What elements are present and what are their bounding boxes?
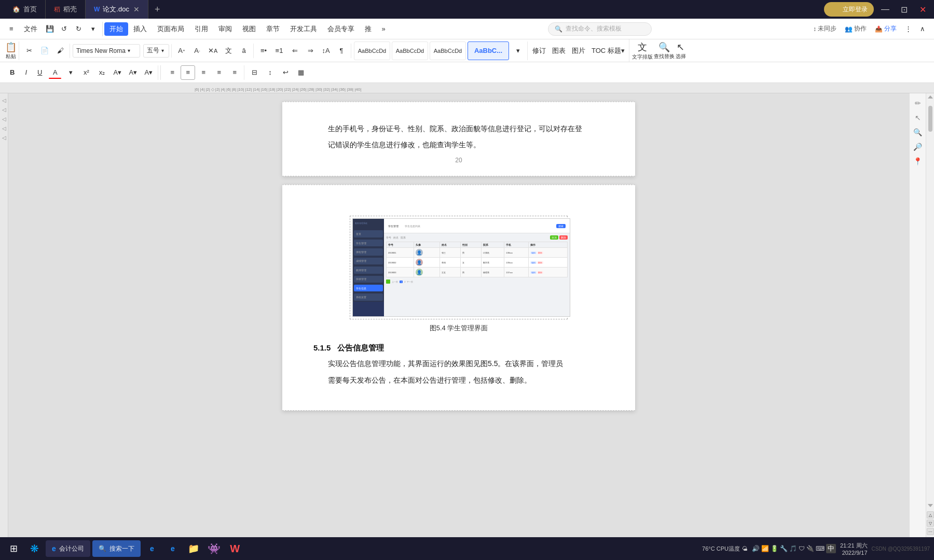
line-spacing-button[interactable]: ↕ [263, 65, 277, 80]
document-area[interactable]: 生的手机号，身份证号、性别、院系、政治面貌等信息进行登记，可以对存在登 记错误的… [8, 93, 909, 537]
close-button[interactable]: ✕ [915, 2, 930, 17]
vertical-scrollbar[interactable]: △ ▽ ⋯ [926, 93, 934, 537]
modify-button[interactable]: 修订 [530, 44, 548, 58]
scroll-options[interactable]: ⋯ [927, 528, 934, 535]
menu-insert[interactable]: 插入 [128, 22, 152, 36]
superscript-button[interactable]: x² [79, 65, 93, 80]
restore-button[interactable]: ⊡ [897, 2, 911, 17]
clear-format-button[interactable]: ✕A [205, 44, 220, 58]
para-mark-button[interactable]: ¶ [334, 44, 349, 58]
shrink-font-button[interactable]: A- [190, 44, 204, 58]
sidebar-icon-3[interactable]: ◁ [1, 115, 8, 122]
wps-button[interactable]: W [226, 539, 244, 558]
phonetic-button[interactable]: ā [237, 44, 251, 58]
copy-button[interactable]: 📄 [37, 44, 52, 58]
menu-more[interactable]: » [377, 23, 391, 35]
tray-icon-4[interactable]: 🔌 [806, 545, 814, 552]
menu-review[interactable]: 审阅 [213, 22, 237, 36]
menu-push[interactable]: 推 [360, 22, 377, 36]
menu-devtools[interactable]: 开发工具 [285, 22, 322, 36]
font-color-button[interactable]: A [48, 65, 62, 80]
menu-start[interactable]: 开始 [104, 22, 128, 36]
add-tab-button[interactable]: + [148, 4, 167, 15]
right-search-icon[interactable]: 🔎 [912, 141, 924, 152]
right-pin-icon[interactable]: 📍 [912, 156, 924, 167]
right-find-icon[interactable]: 🔍 [912, 127, 924, 138]
ie-app-button[interactable]: e 会计公司 [46, 540, 90, 557]
char-shading-button[interactable]: A▾ [126, 65, 140, 80]
collapse-ribbon-button[interactable]: ∧ [915, 22, 930, 36]
search-box[interactable]: 🔍 查找命令、搜索模板 [548, 22, 652, 36]
scroll-down-arrow[interactable] [928, 504, 933, 507]
clock-area[interactable]: 21:21 周六 2022/9/17 [840, 542, 868, 556]
style-normal[interactable]: AaBbCcDd [354, 41, 390, 60]
text-layout-button[interactable]: 文 文字排版 [632, 41, 653, 61]
increase-indent-button[interactable]: ⇒ [303, 44, 318, 58]
font-color-dropdown[interactable]: ▾ [63, 65, 78, 80]
text-wrap-button[interactable]: ↩ [278, 65, 293, 80]
menu-chapter[interactable]: 章节 [261, 22, 285, 36]
tab-daoke[interactable]: 稻 稻壳 [46, 0, 86, 19]
redo-button[interactable]: ↻ [72, 22, 86, 36]
minimize-button[interactable]: — [878, 2, 892, 17]
columns-button[interactable]: ⊟ [247, 65, 262, 80]
cut-button[interactable]: ✂ [22, 44, 36, 58]
file-menu[interactable]: 文件 [19, 22, 43, 36]
fan-icon-button[interactable]: ❋ [25, 539, 44, 558]
tray-icon-2[interactable]: 🎵 [789, 545, 797, 552]
hamburger-menu[interactable]: ≡ [4, 23, 19, 35]
align-right-button[interactable]: ≡ [196, 65, 211, 80]
bold-button[interactable]: B [5, 66, 19, 79]
grow-font-button[interactable]: A+ [174, 44, 189, 58]
format-copy-button[interactable]: 🖌 [53, 44, 67, 58]
style-more-button[interactable]: ▾ [511, 44, 525, 58]
tray-icon-zh[interactable]: 中 [826, 544, 836, 553]
toc-button[interactable]: TOC 标题 ▾ [589, 44, 627, 58]
save-button[interactable]: 💾 [43, 22, 57, 36]
tray-icon-5[interactable]: ⌨ [816, 545, 825, 552]
tray-icon-network[interactable]: 📶 [761, 545, 769, 552]
image-button[interactable]: 图片 [570, 44, 587, 58]
folder-button[interactable]: 📁 [184, 539, 203, 558]
tray-icon-battery[interactable]: 🔋 [771, 545, 778, 552]
ie2-button[interactable]: e [143, 539, 161, 558]
tray-icon-sound[interactable]: 🔊 [752, 545, 760, 552]
sidebar-icon-4[interactable]: ◁ [1, 124, 8, 132]
tray-icon-3[interactable]: 🛡 [799, 545, 805, 552]
italic-button[interactable]: I [20, 66, 32, 79]
ie3-button[interactable]: e [163, 539, 182, 558]
align-center-button[interactable]: ≡ [181, 65, 195, 80]
sidebar-icon-1[interactable]: ◁ [1, 96, 8, 104]
tab-home[interactable]: 🏠 首页 [4, 0, 46, 19]
share-button[interactable]: 📤 分享 [871, 22, 901, 35]
align-left-button[interactable]: ≡ [165, 65, 180, 80]
paste-button[interactable]: 📋 粘贴 [5, 41, 17, 60]
select-button[interactable]: ↖ 选择 [676, 41, 686, 60]
scroll-prev-page[interactable]: △ [927, 511, 934, 519]
style-heading1[interactable]: AaBbCcDd [430, 41, 466, 60]
chart-button[interactable]: 图表 [550, 44, 568, 58]
highlight-button[interactable]: A▾ [110, 65, 125, 80]
menu-member[interactable]: 会员专享 [322, 22, 360, 36]
app5-button[interactable]: 👾 [205, 539, 224, 558]
font-name-selector[interactable]: Times New Roma ▾ [73, 44, 140, 58]
sidebar-icon-5[interactable]: ◁ [1, 134, 8, 141]
font-transform-button[interactable]: 文 [221, 44, 236, 58]
bullet-list-button[interactable]: ≡• [256, 44, 271, 58]
borders-button[interactable]: ▦ [294, 65, 308, 80]
menu-ref[interactable]: 引用 [189, 22, 213, 36]
expand-button[interactable]: ▾ [86, 22, 101, 36]
tab-close-icon[interactable]: ✕ [133, 5, 140, 13]
menu-view[interactable]: 视图 [237, 22, 261, 36]
sort-button[interactable]: ↕A [319, 44, 333, 58]
scroll-thumb[interactable] [928, 106, 932, 132]
subscript-button[interactable]: x₂ [94, 65, 109, 80]
right-cursor-icon[interactable]: ↖ [912, 112, 924, 123]
more-menu-button[interactable]: ⋮ [901, 22, 915, 36]
right-edit-icon[interactable]: ✏ [912, 97, 924, 109]
undo-button[interactable]: ↺ [57, 22, 72, 36]
find-replace-button[interactable]: 🔍 查找替换 [654, 41, 675, 60]
tray-icon-1[interactable]: 🔧 [780, 545, 788, 552]
char-border-button[interactable]: A▾ [141, 65, 156, 80]
font-size-selector[interactable]: 五号 ▾ [143, 44, 169, 58]
